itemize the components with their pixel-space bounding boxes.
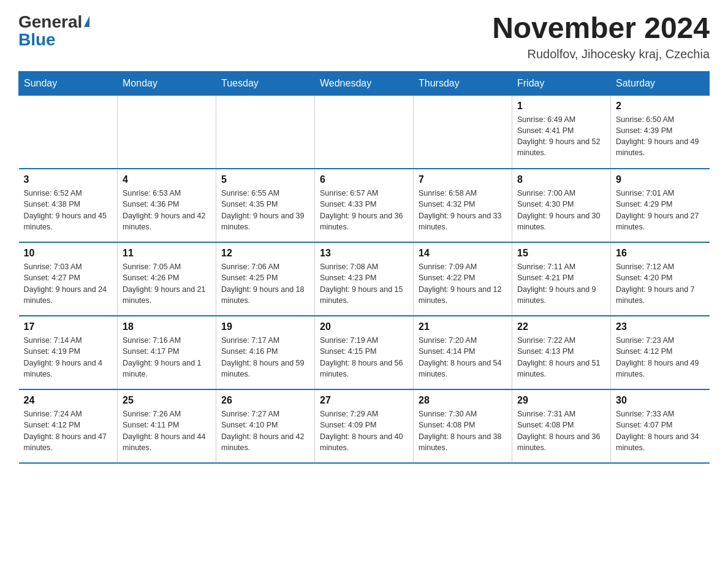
logo-blue: Blue: [18, 30, 56, 50]
location: Rudolfov, Jihocesky kraj, Czechia: [492, 47, 710, 61]
table-row: 4Sunrise: 6:53 AMSunset: 4:36 PMDaylight…: [118, 169, 216, 242]
title-block: November 2024 Rudolfov, Jihocesky kraj, …: [492, 12, 710, 61]
table-row: 26Sunrise: 7:27 AMSunset: 4:10 PMDayligh…: [216, 389, 315, 463]
day-info: Sunrise: 7:23 AMSunset: 4:12 PMDaylight:…: [616, 335, 705, 380]
table-row: 27Sunrise: 7:29 AMSunset: 4:09 PMDayligh…: [315, 389, 414, 463]
day-number: 3: [24, 174, 113, 185]
table-row: [414, 95, 512, 169]
day-number: 26: [221, 395, 309, 406]
table-row: 24Sunrise: 7:24 AMSunset: 4:12 PMDayligh…: [19, 389, 118, 463]
table-row: 16Sunrise: 7:12 AMSunset: 4:20 PMDayligh…: [611, 242, 710, 316]
day-number: 13: [320, 248, 408, 259]
day-info: Sunrise: 7:06 AMSunset: 4:25 PMDaylight:…: [221, 261, 309, 306]
table-row: 13Sunrise: 7:08 AMSunset: 4:23 PMDayligh…: [315, 242, 414, 316]
day-number: 11: [123, 248, 211, 259]
table-row: 12Sunrise: 7:06 AMSunset: 4:25 PMDayligh…: [216, 242, 315, 316]
day-info: Sunrise: 7:22 AMSunset: 4:13 PMDaylight:…: [517, 335, 605, 380]
table-row: 9Sunrise: 7:01 AMSunset: 4:29 PMDaylight…: [611, 169, 710, 242]
day-number: 15: [517, 248, 605, 259]
table-row: 21Sunrise: 7:20 AMSunset: 4:14 PMDayligh…: [414, 316, 512, 389]
col-wednesday: Wednesday: [315, 71, 414, 95]
day-info: Sunrise: 7:26 AMSunset: 4:11 PMDaylight:…: [123, 408, 211, 453]
table-row: 28Sunrise: 7:30 AMSunset: 4:08 PMDayligh…: [414, 389, 512, 463]
calendar-week-2: 3Sunrise: 6:52 AMSunset: 4:38 PMDaylight…: [19, 169, 710, 242]
day-info: Sunrise: 7:19 AMSunset: 4:15 PMDaylight:…: [320, 335, 408, 380]
calendar-week-5: 24Sunrise: 7:24 AMSunset: 4:12 PMDayligh…: [19, 389, 710, 463]
calendar-week-4: 17Sunrise: 7:14 AMSunset: 4:19 PMDayligh…: [19, 316, 710, 389]
day-info: Sunrise: 7:20 AMSunset: 4:14 PMDaylight:…: [419, 335, 507, 380]
col-sunday: Sunday: [19, 71, 118, 95]
day-number: 22: [517, 321, 605, 332]
calendar-week-1: 1Sunrise: 6:49 AMSunset: 4:41 PMDaylight…: [19, 95, 710, 169]
col-thursday: Thursday: [414, 71, 512, 95]
day-info: Sunrise: 7:31 AMSunset: 4:08 PMDaylight:…: [517, 408, 605, 453]
day-info: Sunrise: 7:33 AMSunset: 4:07 PMDaylight:…: [616, 408, 705, 453]
day-number: 4: [123, 174, 211, 185]
calendar-week-3: 10Sunrise: 7:03 AMSunset: 4:27 PMDayligh…: [19, 242, 710, 316]
table-row: 2Sunrise: 6:50 AMSunset: 4:39 PMDaylight…: [611, 95, 710, 169]
day-info: Sunrise: 7:30 AMSunset: 4:08 PMDaylight:…: [419, 408, 507, 453]
table-row: 22Sunrise: 7:22 AMSunset: 4:13 PMDayligh…: [512, 316, 611, 389]
table-row: 7Sunrise: 6:58 AMSunset: 4:32 PMDaylight…: [414, 169, 512, 242]
logo-general: General: [18, 12, 82, 32]
day-info: Sunrise: 7:24 AMSunset: 4:12 PMDaylight:…: [24, 408, 113, 453]
day-info: Sunrise: 6:58 AMSunset: 4:32 PMDaylight:…: [419, 188, 507, 232]
day-info: Sunrise: 7:17 AMSunset: 4:16 PMDaylight:…: [221, 335, 309, 380]
table-row: [118, 95, 216, 169]
table-row: 25Sunrise: 7:26 AMSunset: 4:11 PMDayligh…: [118, 389, 216, 463]
day-number: 19: [221, 321, 309, 332]
day-number: 25: [123, 395, 211, 406]
day-info: Sunrise: 7:05 AMSunset: 4:26 PMDaylight:…: [123, 261, 211, 306]
day-info: Sunrise: 7:29 AMSunset: 4:09 PMDaylight:…: [320, 408, 408, 453]
day-info: Sunrise: 7:01 AMSunset: 4:29 PMDaylight:…: [616, 188, 705, 232]
table-row: 17Sunrise: 7:14 AMSunset: 4:19 PMDayligh…: [19, 316, 118, 389]
day-number: 21: [419, 321, 507, 332]
day-number: 7: [419, 174, 507, 185]
table-row: 18Sunrise: 7:16 AMSunset: 4:17 PMDayligh…: [118, 316, 216, 389]
day-info: Sunrise: 6:49 AMSunset: 4:41 PMDaylight:…: [517, 114, 605, 159]
day-info: Sunrise: 7:12 AMSunset: 4:20 PMDaylight:…: [616, 261, 705, 306]
day-number: 29: [517, 395, 605, 406]
table-row: 15Sunrise: 7:11 AMSunset: 4:21 PMDayligh…: [512, 242, 611, 316]
day-number: 18: [123, 321, 211, 332]
table-row: [19, 95, 118, 169]
day-info: Sunrise: 7:11 AMSunset: 4:21 PMDaylight:…: [517, 261, 605, 306]
day-number: 6: [320, 174, 408, 185]
col-tuesday: Tuesday: [216, 71, 315, 95]
day-number: 8: [517, 174, 605, 185]
table-row: [216, 95, 315, 169]
day-info: Sunrise: 7:08 AMSunset: 4:23 PMDaylight:…: [320, 261, 408, 306]
day-info: Sunrise: 7:03 AMSunset: 4:27 PMDaylight:…: [24, 261, 113, 306]
day-number: 30: [616, 395, 705, 406]
day-number: 10: [24, 248, 113, 259]
day-info: Sunrise: 6:53 AMSunset: 4:36 PMDaylight:…: [123, 188, 211, 232]
day-number: 12: [221, 248, 309, 259]
col-saturday: Saturday: [611, 71, 710, 95]
table-row: 14Sunrise: 7:09 AMSunset: 4:22 PMDayligh…: [414, 242, 512, 316]
logo-triangle-icon: [84, 16, 89, 27]
day-info: Sunrise: 7:16 AMSunset: 4:17 PMDaylight:…: [123, 335, 211, 380]
table-row: 3Sunrise: 6:52 AMSunset: 4:38 PMDaylight…: [19, 169, 118, 242]
table-row: 5Sunrise: 6:55 AMSunset: 4:35 PMDaylight…: [216, 169, 315, 242]
calendar-table: Sunday Monday Tuesday Wednesday Thursday…: [18, 71, 710, 464]
day-number: 5: [221, 174, 309, 185]
month-title: November 2024: [492, 12, 710, 45]
day-info: Sunrise: 6:52 AMSunset: 4:38 PMDaylight:…: [24, 188, 113, 232]
table-row: [315, 95, 414, 169]
table-row: 10Sunrise: 7:03 AMSunset: 4:27 PMDayligh…: [19, 242, 118, 316]
table-row: 20Sunrise: 7:19 AMSunset: 4:15 PMDayligh…: [315, 316, 414, 389]
col-monday: Monday: [118, 71, 216, 95]
page-header: General Blue November 2024 Rudolfov, Jih…: [18, 12, 710, 61]
day-number: 28: [419, 395, 507, 406]
table-row: 23Sunrise: 7:23 AMSunset: 4:12 PMDayligh…: [611, 316, 710, 389]
table-row: 29Sunrise: 7:31 AMSunset: 4:08 PMDayligh…: [512, 389, 611, 463]
calendar-header-row: Sunday Monday Tuesday Wednesday Thursday…: [19, 71, 710, 95]
table-row: 30Sunrise: 7:33 AMSunset: 4:07 PMDayligh…: [611, 389, 710, 463]
day-info: Sunrise: 7:14 AMSunset: 4:19 PMDaylight:…: [24, 335, 113, 380]
day-info: Sunrise: 6:55 AMSunset: 4:35 PMDaylight:…: [221, 188, 309, 232]
day-info: Sunrise: 6:50 AMSunset: 4:39 PMDaylight:…: [616, 114, 705, 159]
day-info: Sunrise: 6:57 AMSunset: 4:33 PMDaylight:…: [320, 188, 408, 232]
logo: General Blue: [18, 12, 89, 50]
day-info: Sunrise: 7:00 AMSunset: 4:30 PMDaylight:…: [517, 188, 605, 232]
table-row: 1Sunrise: 6:49 AMSunset: 4:41 PMDaylight…: [512, 95, 611, 169]
